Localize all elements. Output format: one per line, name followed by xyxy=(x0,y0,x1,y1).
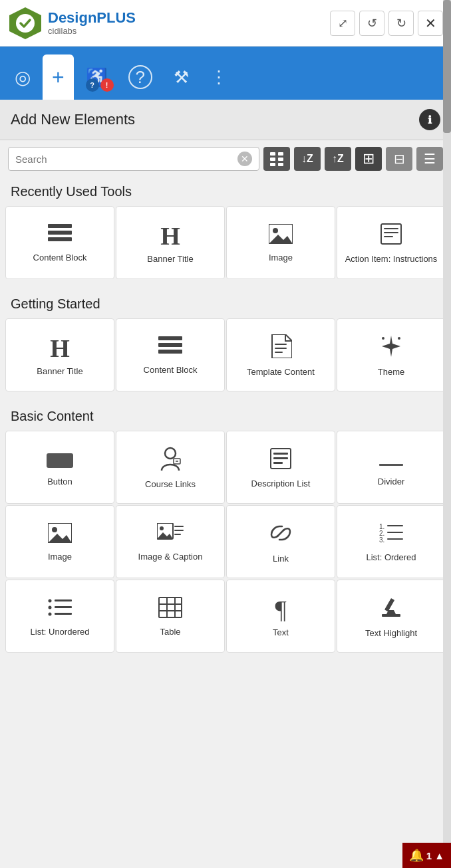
close-button[interactable]: ✕ xyxy=(418,11,443,36)
search-wrapper: ✕ xyxy=(8,147,259,171)
clear-icon: ✕ xyxy=(241,154,249,164)
search-clear-button[interactable]: ✕ xyxy=(237,152,252,166)
sort-za-button[interactable]: ↑Z xyxy=(325,147,351,171)
svg-rect-32 xyxy=(273,457,288,459)
scrollbar-thumb[interactable] xyxy=(443,0,451,133)
recently-used-grid: Content Block H Banner Title Image Actio… xyxy=(0,203,451,284)
svg-point-1 xyxy=(16,14,35,33)
tab-add[interactable]: + xyxy=(43,54,74,100)
tool-banner-title-recent[interactable]: H Banner Title xyxy=(116,206,225,279)
text-label: Text xyxy=(273,627,289,639)
tab-bar: ◎ + ♿ ? ! ? ⚒ ⋮ xyxy=(0,47,451,100)
course-links-icon xyxy=(159,447,182,474)
sort-az-button[interactable]: ↓Z xyxy=(294,147,321,171)
logo-text: DesignPLUS cidilabs xyxy=(48,10,136,36)
image-caption-icon xyxy=(157,523,184,546)
svg-rect-19 xyxy=(158,343,182,347)
tab-tools[interactable]: ⚒ xyxy=(164,54,198,100)
list-ordered-label: List: Ordered xyxy=(366,552,416,564)
tab-help[interactable]: ? xyxy=(119,54,162,100)
svg-rect-52 xyxy=(55,599,72,601)
tool-text[interactable]: ¶ Text xyxy=(226,580,335,653)
sort-az-icon: ↓Z xyxy=(301,153,313,165)
svg-rect-62 xyxy=(384,598,394,611)
hierarchy-sort-button[interactable] xyxy=(263,147,290,171)
image-caption-label: Image & Caption xyxy=(138,552,203,563)
add-icon: + xyxy=(52,65,65,90)
svg-rect-34 xyxy=(379,464,403,466)
tool-divider[interactable]: Divider xyxy=(337,431,446,504)
template-content-gs-icon xyxy=(269,334,292,362)
tool-action-item-recent[interactable]: Action Item: Instructions xyxy=(337,206,446,279)
getting-started-grid: H Banner Title Content Block Template Co… xyxy=(0,316,451,397)
tool-course-links[interactable]: Course Links xyxy=(116,431,225,504)
badge-container: ? ! xyxy=(86,78,114,92)
svg-rect-2 xyxy=(270,152,275,156)
tab-target[interactable]: ◎ xyxy=(5,54,40,100)
tool-content-block-gs[interactable]: Content Block xyxy=(116,318,225,391)
search-input[interactable] xyxy=(15,154,233,165)
svg-rect-7 xyxy=(278,163,283,166)
svg-rect-31 xyxy=(273,453,288,455)
content-block-recent-icon xyxy=(48,224,72,247)
tool-template-content-gs[interactable]: Template Content xyxy=(226,318,335,391)
tool-list-unordered[interactable]: List: Unordered xyxy=(5,580,114,653)
svg-point-39 xyxy=(160,526,164,530)
svg-point-27 xyxy=(165,448,176,459)
svg-rect-21 xyxy=(275,344,287,345)
svg-rect-22 xyxy=(275,348,287,349)
template-content-gs-label: Template Content xyxy=(247,367,315,378)
tab-more[interactable]: ⋮ xyxy=(201,54,237,100)
tool-image-caption[interactable]: Image & Caption xyxy=(116,505,225,578)
button-label: Button xyxy=(47,477,73,488)
expand-button[interactable]: ⤢ xyxy=(330,11,355,36)
svg-rect-5 xyxy=(278,158,283,161)
redo-button[interactable]: ↻ xyxy=(388,11,414,36)
banner-title-gs-icon: H xyxy=(50,336,70,361)
view-grid-large-button[interactable]: ⊞ xyxy=(355,147,382,171)
theme-gs-icon xyxy=(379,334,403,362)
svg-rect-16 xyxy=(384,232,398,233)
scrollbar[interactable] xyxy=(443,0,451,868)
divider-2 xyxy=(0,397,451,402)
content-block-recent-label: Content Block xyxy=(33,253,87,264)
tool-theme-gs[interactable]: Theme xyxy=(337,318,446,391)
svg-point-53 xyxy=(49,606,52,609)
basic-content-grid: Button Course Links Description List xyxy=(0,428,451,658)
view-list-button[interactable]: ☰ xyxy=(416,147,443,171)
target-icon: ◎ xyxy=(15,66,31,88)
tool-list-ordered[interactable]: 1. 2. 3. List: Ordered xyxy=(337,505,446,578)
tab-accessibility[interactable]: ♿ ? ! xyxy=(76,54,116,100)
divider-label: Divider xyxy=(378,477,404,488)
svg-rect-43 xyxy=(174,534,181,535)
tool-link[interactable]: Link xyxy=(226,505,335,578)
tool-image-recent[interactable]: Image xyxy=(226,206,335,279)
tool-content-block-recent[interactable]: Content Block xyxy=(5,206,114,279)
tool-table[interactable]: Table xyxy=(116,580,225,653)
list-unordered-icon xyxy=(48,597,72,621)
banner-title-recent-label: Banner Title xyxy=(147,254,193,265)
svg-rect-42 xyxy=(174,530,184,531)
svg-point-55 xyxy=(49,613,52,616)
logo-subtitle: cidilabs xyxy=(48,26,136,36)
description-list-label: Description List xyxy=(251,479,311,490)
notification-badge[interactable]: 🔔 1 ▲ xyxy=(402,843,451,868)
list-unordered-label: List: Unordered xyxy=(31,627,90,638)
tools-icon: ⚒ xyxy=(174,67,189,88)
svg-rect-10 xyxy=(48,237,72,241)
tool-button[interactable]: Button xyxy=(5,431,114,504)
text-icon: ¶ xyxy=(275,597,286,622)
notification-bell-icon: 🔔 xyxy=(409,848,424,863)
tool-banner-title-gs[interactable]: H Banner Title xyxy=(5,318,114,391)
image-recent-label: Image xyxy=(269,253,293,264)
tool-image[interactable]: Image xyxy=(5,505,114,578)
action-item-recent-icon xyxy=(380,223,402,249)
undo-button[interactable]: ↺ xyxy=(359,11,384,36)
view-grid-small-button[interactable]: ⊟ xyxy=(386,147,412,171)
table-icon xyxy=(158,597,182,621)
info-button[interactable]: ℹ xyxy=(419,109,440,130)
table-label: Table xyxy=(160,627,180,638)
tool-text-highlight[interactable]: Text Highlight xyxy=(337,580,446,653)
description-list-icon xyxy=(269,447,292,473)
tool-description-list[interactable]: Description List xyxy=(226,431,335,504)
